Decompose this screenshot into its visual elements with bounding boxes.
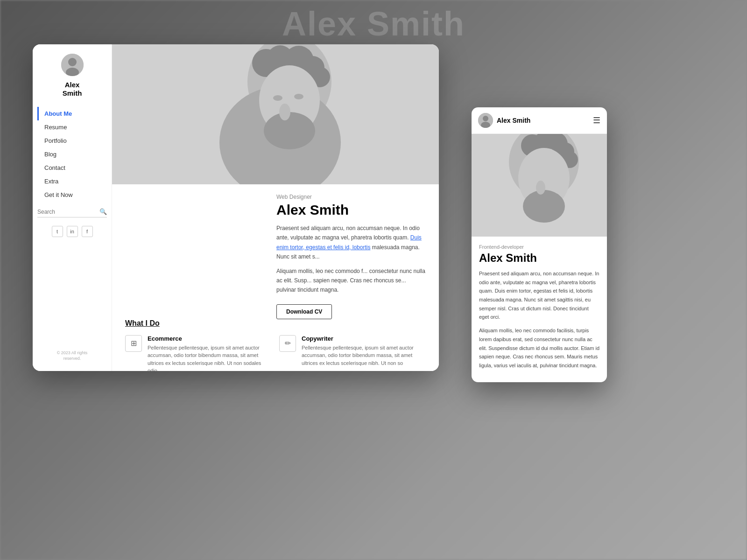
svg-point-23 <box>483 116 488 121</box>
mobile-para1: Praesent sed aliquam arcu, non accumsan … <box>479 269 599 322</box>
svg-point-34 <box>536 181 545 195</box>
linkedin-icon[interactable]: in <box>67 226 78 237</box>
mobile-card: Alex Smith ☰ Frontend-developer Alex Smi… <box>472 107 607 382</box>
mobile-header: Alex Smith ☰ <box>472 107 607 134</box>
sidebar-search[interactable]: 🔍 <box>37 208 107 217</box>
service-copywriter-info: Copywriter Pellentesque pellentesque, ip… <box>302 335 426 367</box>
what-i-do-title: What I Do <box>125 319 426 328</box>
sidebar-footer: © 2023 All rightsreserved. <box>57 350 88 362</box>
svg-point-12 <box>264 112 315 149</box>
search-input[interactable] <box>37 209 99 215</box>
sidebar-item-resume[interactable]: Resume <box>37 120 107 134</box>
svg-point-13 <box>279 104 290 120</box>
service-copywriter: ✏ Copywriter Pellentesque pellentesque, … <box>279 335 426 371</box>
sidebar-item-blog[interactable]: Blog <box>37 147 107 161</box>
about-link[interactable]: Duis enim tortor, egestas et felis id, l… <box>276 234 422 250</box>
mobile-name: Alex Smith <box>479 252 599 265</box>
sidebar-nav: About Me Resume Portfolio Blog Contact E… <box>37 107 107 202</box>
sidebar-item-getitnow[interactable]: Get it Now <box>37 188 107 202</box>
bg-watermark-title: Alex Smith <box>0 5 747 43</box>
svg-point-15 <box>294 94 303 99</box>
sidebar-item-portfolio[interactable]: Portfolio <box>37 134 107 147</box>
mobile-avatar <box>478 113 493 128</box>
service-ecommerce-info: Ecommerce Pellentesque pellentesque, ips… <box>148 335 272 371</box>
desktop-card: AlexSmith About Me Resume Portfolio Blog… <box>33 44 439 371</box>
service-copywriter-desc: Pellentesque pellentesque, ipsum sit ame… <box>302 344 426 367</box>
main-content: Web Designer Alex Smith Praesent sed ali… <box>112 44 439 371</box>
svg-point-1 <box>68 58 77 66</box>
mobile-para2: Aliquam mollis, leo nec commodo facilisi… <box>479 326 599 370</box>
hero-photo <box>112 44 439 184</box>
about-right-col: Web Designer Alex Smith Praesent sed ali… <box>267 194 426 319</box>
facebook-icon[interactable]: f <box>82 226 93 237</box>
svg-point-33 <box>523 190 565 223</box>
about-name: Alex Smith <box>276 202 426 218</box>
what-i-do-section: What I Do ⊞ Ecommerce Pellentesque pelle… <box>112 319 439 371</box>
sidebar-item-extra[interactable]: Extra <box>37 175 107 188</box>
about-para2: Aliquam mollis, leo nec commodo f... con… <box>276 266 426 295</box>
sidebar-item-about[interactable]: About Me <box>37 107 107 120</box>
about-role: Web Designer <box>276 194 426 200</box>
service-ecommerce-desc: Pellentesque pellentesque, ipsum sit ame… <box>148 344 272 371</box>
services-grid: ⊞ Ecommerce Pellentesque pellentesque, i… <box>125 335 426 371</box>
service-ecommerce: ⊞ Ecommerce Pellentesque pellentesque, i… <box>125 335 272 371</box>
download-cv-button[interactable]: Download CV <box>276 304 332 319</box>
hamburger-icon[interactable]: ☰ <box>593 115 600 126</box>
service-copywriter-name: Copywriter <box>302 335 426 342</box>
mobile-role: Frontend-developer <box>479 244 599 250</box>
sidebar-socials: t in f <box>52 226 93 237</box>
twitter-icon[interactable]: t <box>52 226 63 237</box>
about-para1: Praesent sed aliquam arcu, non accumsan … <box>276 224 426 262</box>
sidebar-name: AlexSmith <box>63 81 82 98</box>
about-section: Web Designer Alex Smith Praesent sed ali… <box>112 184 439 203</box>
mobile-header-left: Alex Smith <box>478 113 530 128</box>
mobile-body: Frontend-developer Alex Smith Praesent s… <box>472 237 607 382</box>
avatar <box>61 54 84 76</box>
ecommerce-icon: ⊞ <box>125 335 142 352</box>
sidebar-item-contact[interactable]: Contact <box>37 161 107 175</box>
mobile-header-name: Alex Smith <box>497 117 530 124</box>
sidebar: AlexSmith About Me Resume Portfolio Blog… <box>33 44 112 371</box>
copywriter-icon: ✏ <box>279 335 296 352</box>
search-icon: 🔍 <box>99 208 107 215</box>
service-ecommerce-name: Ecommerce <box>148 335 272 342</box>
svg-point-14 <box>273 95 282 101</box>
mobile-hero-photo <box>472 134 607 237</box>
